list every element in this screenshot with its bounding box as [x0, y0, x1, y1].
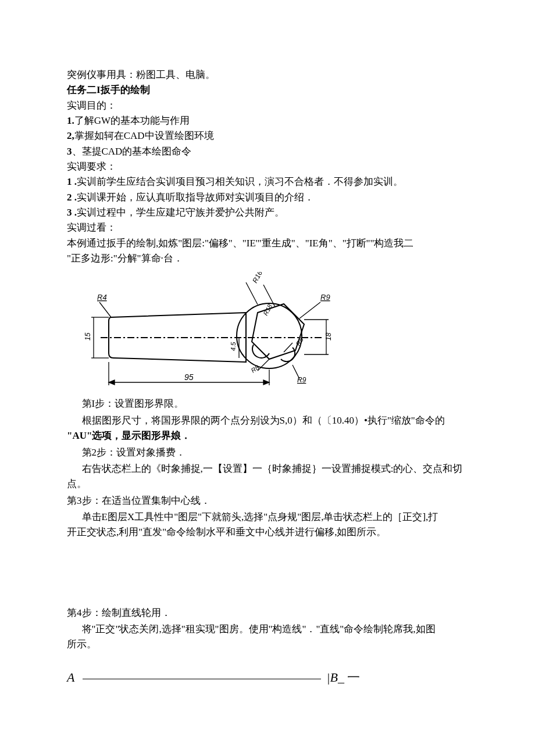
req-title: 实调要求：	[67, 159, 468, 174]
num-3: 3	[67, 146, 72, 157]
step1-body2: "AU"选项，显示图形界娘．	[67, 428, 468, 443]
task-title-text: 任务二I扳手的绘制	[67, 84, 150, 95]
blank-gap	[67, 540, 468, 604]
req-2-text: 实训课开始，应认真听取指导故师对实训项目的介绍．	[77, 192, 314, 203]
req-item-3: 3 .实训过程中，学生应建圮守族并爱护公共附产。	[67, 205, 468, 220]
aim-3-text: 、茎提CAD的基本绘图命令	[72, 146, 192, 157]
task-title: 任务二I扳手的绘制	[67, 83, 468, 98]
svg-marker-19	[109, 380, 115, 385]
label-r18: R18	[262, 303, 273, 317]
svg-marker-20	[263, 380, 269, 385]
req-1-text: 实训前学生应结合实训项目预习相关知识，演习不合格者．不得参加实训。	[77, 176, 403, 187]
step4-body1: 将"正交"状态关闭,选择"租实现"图房。使用"构造线"．"直线"命令绘制轮席我,…	[67, 622, 468, 637]
aim-2-text: 掌握如轲在CAD中设置绘图环境	[74, 130, 214, 141]
step3-body2: 开正交状态,利用"直发"命令绘制水平和垂文中心线并进行偏移,如图所示。	[67, 525, 468, 540]
intro-line-1: 本例通过扳手的绘制,如炼"图层:"偏移"、"IE'"重生成"、"IE角"、"打断…	[67, 236, 468, 251]
trailing-dash: 一	[347, 670, 360, 685]
tools-line: 突例仪事用具：粉图工具、电脑。	[67, 67, 468, 83]
label-r9b: R9	[297, 376, 306, 384]
look-title: 实调过看：	[67, 220, 468, 235]
req-item-1: 1 .实训前学生应结合实训项目预习相关知识，演习不合格者．不得参加实训。	[67, 174, 468, 189]
equation-line: A |B_ 一	[67, 668, 468, 687]
wrench-diagram: R4 R16 R9 R18 R8 R8 R9 15 18 4.5 95	[83, 272, 339, 394]
svg-line-2	[99, 302, 111, 317]
num-r2: 2 .	[67, 192, 77, 203]
req-3-text: 实训过程中，学生应建圮守族并爱护公共附产。	[77, 207, 284, 218]
num-2: 2,	[67, 130, 74, 141]
label-r16: R16	[251, 272, 264, 284]
step1-body1: 根据图形尺寸，将国形界限的两个点分别设为S,0）和（〔10.40）•执行"缩放"…	[67, 413, 468, 428]
num-r3: 3 .	[67, 207, 77, 218]
equation-rule	[83, 679, 321, 679]
step3-title: 第3步：在适当位置集制中心线．	[67, 493, 468, 508]
step2-body2: 点。	[67, 476, 468, 492]
var-b: |B_	[326, 670, 344, 685]
step2-title: 第2步：设置对象播费．	[67, 445, 468, 460]
intro-line-2: "正多边形:"分解"算命·台．	[67, 251, 468, 266]
aim-item-2: 2,掌握如轲在CAD中设置绘图环境	[67, 128, 468, 144]
label-r4: R4	[97, 293, 107, 302]
aim-title: 实调目的：	[67, 98, 468, 113]
var-a: A	[67, 670, 74, 685]
step1-title: 第I步：设置图形界限。	[67, 396, 468, 411]
aim-item-1: 1.了解GW的基本功能与作用	[67, 113, 468, 128]
label-18: 18	[324, 333, 333, 341]
step3-body1: 单击E图层X工具性中"图层"下就箭头,选择"点身规"图层,单击状态栏上的［正交]…	[67, 510, 468, 525]
step2-body1: 右告状态栏上的《时象捕捉,一【设置】一｛时象捕捉｝一设置捕捉模式:的心、交点和切	[67, 461, 468, 476]
aim-1-text: 了解GW的基本功能与作用	[74, 115, 190, 126]
label-95: 95	[184, 372, 194, 382]
label-4-5: 4.5	[230, 342, 237, 351]
req-item-2: 2 .实训课开始，应认真听取指导故师对实训项目的介绍．	[67, 190, 468, 205]
svg-line-3	[246, 282, 258, 304]
svg-line-8	[284, 343, 293, 352]
num-1: 1.	[67, 115, 74, 126]
step4-body2: 所示。	[67, 637, 468, 652]
svg-line-5	[299, 302, 320, 318]
label-r9a: R9	[320, 293, 330, 302]
label-r8b: R8	[249, 364, 261, 374]
label-15: 15	[84, 333, 92, 341]
aim-item-3: 3、茎提CAD的基本绘图命令	[67, 144, 468, 159]
step4-title: 第4步：绘制直线轮用．	[67, 605, 468, 621]
step1-body2-text: "AU"选项，显示图形界娘．	[67, 430, 191, 441]
num-r1: 1 .	[67, 176, 77, 187]
document-page: 突例仪事用具：粉图工具、电脑。 任务二I扳手的绘制 实调目的： 1.了解GW的基…	[0, 0, 535, 735]
